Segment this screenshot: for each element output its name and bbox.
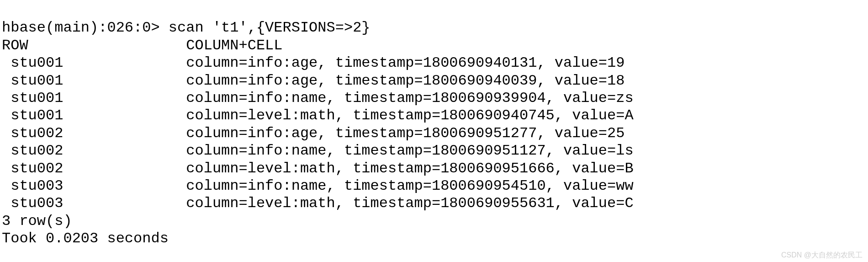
table-row-cell: column=info:age, timestamp=1800690940039… <box>186 72 625 89</box>
table-row-key: stu002 <box>11 160 63 177</box>
table-row-key: stu002 <box>11 142 63 159</box>
table-row-key: stu001 <box>11 54 63 71</box>
watermark: CSDN @大自然的农民工 <box>781 251 863 259</box>
table-row-cell: column=info:age, timestamp=1800690940131… <box>186 54 625 71</box>
table-row-cell: column=info:name, timestamp=180069093990… <box>186 90 633 107</box>
table-row-cell: column=info:name, timestamp=180069095112… <box>186 142 633 159</box>
shell-prompt: hbase(main):026:0> <box>2 19 160 36</box>
table-row-key: stu001 <box>11 90 63 107</box>
header-row: ROW <box>2 37 28 54</box>
table-row-key: stu002 <box>11 125 63 142</box>
table-row-key: stu003 <box>11 195 63 212</box>
header-cell: COLUMN+CELL <box>186 37 282 54</box>
table-row-key: stu003 <box>11 177 63 194</box>
table-row-key: stu001 <box>11 107 63 124</box>
table-row-cell: column=level:math, timestamp=18006909556… <box>186 195 633 212</box>
table-row-cell: column=level:math, timestamp=18006909407… <box>186 107 633 124</box>
table-row-cell: column=level:math, timestamp=18006909516… <box>186 160 633 177</box>
table-row-cell: column=info:age, timestamp=1800690951277… <box>186 125 625 142</box>
shell-command: scan 't1',{VERSIONS=>2} <box>169 19 370 36</box>
table-row-key: stu001 <box>11 72 63 89</box>
table-row-cell: column=info:name, timestamp=180069095451… <box>186 177 633 194</box>
row-count: 3 row(s) <box>2 213 72 230</box>
elapsed-time: Took 0.0203 seconds <box>2 230 169 247</box>
